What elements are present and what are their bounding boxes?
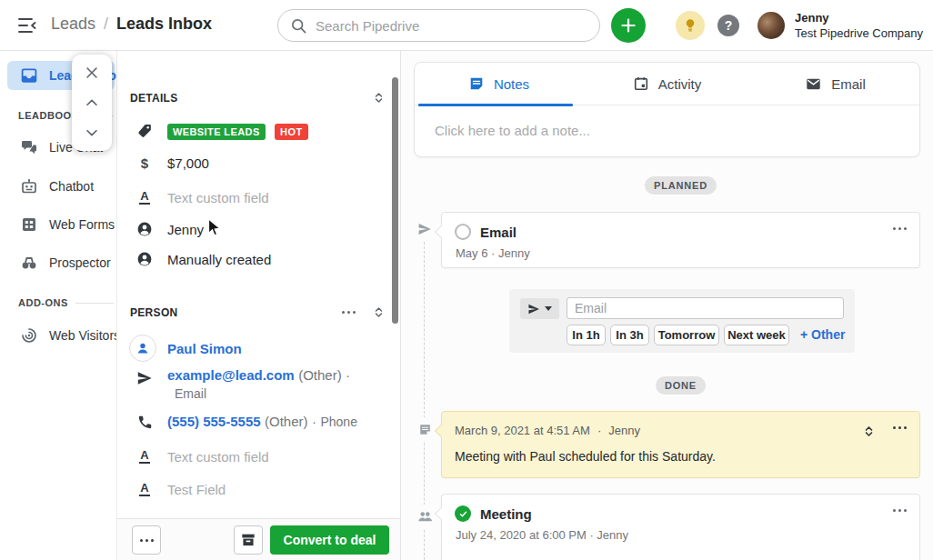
card-more-icon[interactable]: [893, 426, 907, 429]
email-scheduler: In 1h In 3h Tomorrow Next week + Other: [509, 289, 855, 353]
activity-title: Meeting: [480, 506, 532, 522]
lead-activity-panel: Notes Activity Email Click here to add a…: [401, 51, 933, 560]
user-name[interactable]: Jenny: [795, 11, 829, 25]
person-name-link[interactable]: Paul Simon: [167, 341, 242, 356]
person-circle-icon: [135, 250, 154, 268]
scheduler-email-input[interactable]: [567, 297, 844, 319]
timeline-people-icon: [416, 505, 433, 528]
section-title: ADD-ONS: [18, 297, 68, 308]
person-phone-row: (555) 555-5555 (Other) · Phone: [135, 411, 357, 433]
card-notch: [435, 225, 447, 238]
note-input[interactable]: Click here to add a note...: [415, 105, 919, 155]
breadcrumb-parent[interactable]: Leads: [51, 15, 95, 34]
tab-activity[interactable]: Activity: [583, 63, 751, 105]
person-email-link[interactable]: example@lead.com: [167, 367, 295, 383]
collapse-menu-icon[interactable]: [16, 15, 38, 35]
schedule-tomorrow-button[interactable]: Tomorrow: [654, 325, 719, 345]
sidebar-item-chatbot[interactable]: Chatbot: [20, 177, 94, 195]
text-field-icon: A: [135, 447, 154, 465]
schedule-in-3h-button[interactable]: In 3h: [610, 325, 649, 345]
timeline-note-icon: [416, 417, 433, 441]
collapse-section-icon[interactable]: [372, 305, 386, 319]
email-type-label: (Other): [298, 367, 342, 383]
chevron-down-icon[interactable]: [84, 125, 100, 141]
done-meeting-card[interactable]: Meeting July 24, 2020 at 6:00 PM · Jenny: [441, 494, 920, 560]
dot-separator: ·: [597, 424, 601, 437]
sidebar-item-prospector[interactable]: Prospector: [20, 254, 111, 272]
note-date: March 9, 2021 at 4:51 AM: [455, 424, 590, 437]
tab-email[interactable]: Email: [751, 63, 919, 105]
person-more-icon[interactable]: [342, 311, 356, 314]
collapse-section-icon[interactable]: [372, 91, 386, 105]
person-phone-link[interactable]: (555) 555-5555: [167, 414, 261, 429]
sidebar-item-web-visitors[interactable]: Web Visitors: [20, 326, 116, 345]
chevron-up-icon[interactable]: [84, 95, 100, 111]
composer-card: Notes Activity Email Click here to add a…: [414, 62, 920, 157]
help-button[interactable]: ?: [717, 15, 739, 36]
search-input[interactable]: [316, 18, 587, 34]
person-text-custom-field-row[interactable]: A Text custom field: [135, 445, 269, 467]
planned-email-card[interactable]: Email May 6 · Jenny: [441, 212, 920, 268]
page-title: Leads Inbox: [116, 15, 212, 34]
labels-field-row[interactable]: WEBSITE LEADS HOT: [135, 120, 308, 142]
planned-group: PLANNED: [441, 176, 920, 195]
person-section-header: PERSON: [130, 305, 386, 319]
active-tab-indicator: [418, 104, 573, 106]
question-mark-icon: ?: [725, 18, 733, 33]
details-title: DETAILS: [130, 92, 178, 105]
send-icon: [135, 369, 154, 387]
tips-button[interactable]: [676, 11, 705, 40]
text-field-icon: A: [135, 480, 154, 498]
activity-title: Email: [480, 225, 517, 240]
robot-icon: [20, 177, 38, 195]
done-note-card[interactable]: March 9, 2021 at 4:51 AM · Jenny Meeting…: [441, 411, 920, 478]
card-more-icon[interactable]: [893, 509, 907, 512]
schedule-other-link[interactable]: + Other: [800, 327, 845, 342]
binoculars-icon: [20, 254, 38, 272]
sidebar-section-add-ons: ADD-ONS: [18, 297, 114, 308]
phone-type-label: (Other): [265, 414, 308, 429]
person-circle-icon: [135, 220, 154, 238]
breadcrumb-separator: /: [104, 15, 108, 34]
lead-value: $7,000: [167, 155, 209, 171]
owner-name: Jenny: [167, 222, 204, 237]
done-pill: DONE: [656, 376, 706, 395]
search-icon: [290, 17, 307, 35]
caret-down-icon: [545, 306, 552, 311]
more-actions-button[interactable]: [132, 525, 161, 555]
tab-notes[interactable]: Notes: [415, 63, 583, 105]
quick-add-button[interactable]: [611, 8, 646, 43]
sidebar-item-label: Web Forms: [49, 217, 115, 232]
search-bar[interactable]: [277, 9, 600, 42]
user-avatar[interactable]: [757, 12, 785, 39]
close-icon[interactable]: [84, 65, 100, 81]
text-custom-field-row[interactable]: A Text custom field: [135, 186, 269, 208]
tab-label: Email: [831, 76, 866, 92]
panel-scrollbar-thumb[interactable]: [392, 77, 398, 324]
schedule-in-1h-button[interactable]: In 1h: [567, 325, 606, 345]
lightbulb-icon: [682, 17, 698, 34]
sidebar-item-web-forms[interactable]: Web Forms: [20, 215, 115, 234]
value-field-row[interactable]: $ $7,000: [135, 152, 209, 174]
convert-to-deal-button[interactable]: Convert to deal: [270, 525, 389, 555]
archive-button[interactable]: [234, 525, 263, 555]
currency-icon: $: [135, 154, 154, 172]
schedule-next-week-button[interactable]: Next week: [724, 325, 789, 345]
done-check-icon[interactable]: [455, 505, 471, 522]
radar-icon: [20, 326, 38, 345]
floating-nav-panel: [72, 55, 112, 151]
person-test-field-row[interactable]: A Test Field: [135, 478, 226, 500]
card-more-icon[interactable]: [893, 227, 907, 230]
sidebar-item-label: Chatbot: [49, 179, 94, 194]
activity-meta: July 24, 2020 at 6:00 PM · Jenny: [456, 528, 628, 542]
plus-icon: [619, 16, 637, 35]
archive-icon: [240, 532, 256, 548]
expand-note-icon[interactable]: [862, 425, 876, 438]
mark-done-checkbox[interactable]: [455, 224, 471, 240]
details-section-header: DETAILS: [130, 91, 386, 105]
person-name-row: Paul Simon: [129, 334, 242, 363]
label-badge-website-leads: WEBSITE LEADS: [167, 124, 266, 140]
owner-field-row[interactable]: Jenny: [135, 218, 204, 240]
send-type-dropdown[interactable]: [520, 298, 559, 319]
card-notch: [435, 507, 447, 520]
